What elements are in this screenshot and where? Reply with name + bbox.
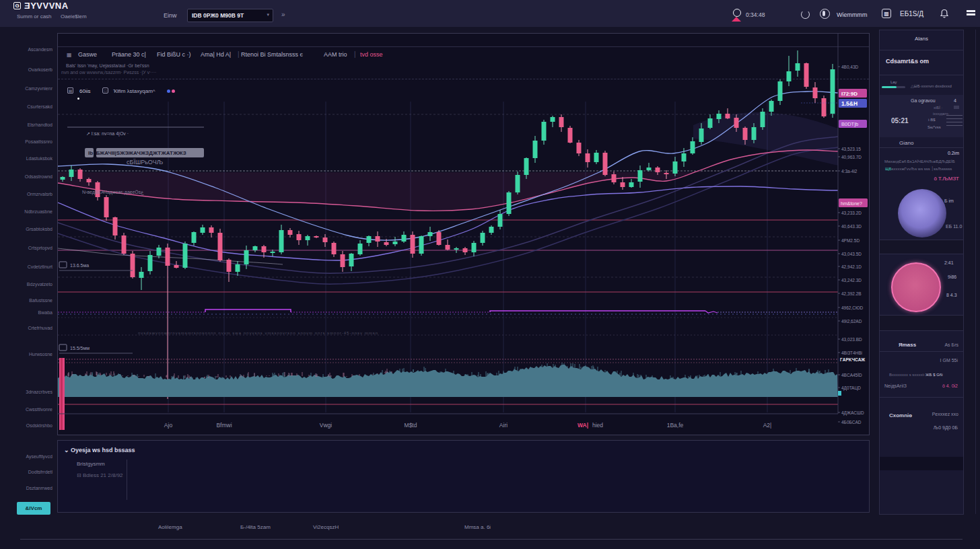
svg-text:43,023.BD: 43,023.BD <box>841 337 862 342</box>
svg-text:↗ I:sa: nv=na 4|Ov ·: ↗ I:sa: nv=na 4|Ov · <box>86 131 129 137</box>
svg-text:4ДЖACШD: 4ДЖACШD <box>841 410 864 416</box>
svg-text:4Bi3T4HBi: 4Bi3T4HBi <box>841 351 862 355</box>
svg-text:4Д0TAЦD: 4Д0TAЦD <box>841 386 861 391</box>
svg-text:4962,CЮD: 4962,CЮD <box>841 305 864 310</box>
svg-text:42,392.2B: 42,392.2B <box>841 291 862 296</box>
svg-text:1Ba,fe: 1Ba,fe <box>667 422 684 429</box>
svg-text:42,942.1D: 42,942.1D <box>841 264 862 269</box>
svg-text:Airi: Airi <box>499 422 508 429</box>
svg-text:49i2,62AD: 49i2,62AD <box>841 319 862 324</box>
svg-text:43,523.15: 43,523.15 <box>841 147 861 151</box>
svg-text:4BCA45ЇD: 4BCA45ЇD <box>841 373 862 377</box>
svg-text:Ajo: Ajo <box>164 422 173 429</box>
svg-text:Bfmwi: Bfmwi <box>216 422 232 429</box>
svg-text:WA|: WA| <box>578 422 588 429</box>
svg-text:40,643.3D: 40,643.3D <box>841 224 862 229</box>
svg-text:4B0,43D: 4B0,43D <box>841 65 859 69</box>
svg-text:ГAPKЧCAЖ: ГAPKЧCAЖ <box>840 357 865 362</box>
svg-text:I72:9D: I72:9D <box>841 91 858 97</box>
svg-text:1.5&H: 1.5&H <box>841 100 858 107</box>
svg-text:40,963.7D: 40,963.7D <box>841 155 862 159</box>
svg-text:nvsdswvnnwnrnvsmsmrsnnsnnnn nv: nvsdswvnnwnrnvsmsmrsnnsnnnn nvvm swa nnv… <box>138 331 378 335</box>
svg-text:13.6.5ма: 13.6.5ма <box>70 263 89 268</box>
svg-text:43,043.5D: 43,043.5D <box>841 252 862 256</box>
svg-text:M$td: M$td <box>405 422 417 429</box>
svg-text:hm&tone?: hm&tone? <box>841 201 862 206</box>
svg-text:hied: hied <box>592 422 603 429</box>
svg-text:B0DT|b: B0DT|b <box>841 121 858 127</box>
svg-text:N¹ведВЕАЧаджсаѕ·даеєӦѕع: N¹ведВЕАЧаджсаѕ·даеєӦѕع <box>82 190 144 195</box>
svg-text:ϲБЇШРьОЧЉ: ϲБЇШРьОЧЉ <box>127 159 164 166</box>
svg-text:Ib БЖАЧII|ЅЖЭЖАЧЖЗДЖТЖАТЖЖЗ: Ib БЖАЧII|ЅЖЭЖАЧЖЗДЖТЖАТЖЖЗ <box>88 150 186 156</box>
svg-text:4:3a-4i2: 4:3a-4i2 <box>841 169 858 174</box>
svg-text:Vwgi: Vwgi <box>320 422 332 429</box>
svg-text:4PM2.5D: 4PM2.5D <box>841 238 860 243</box>
svg-text:15.5/5мм: 15.5/5мм <box>70 346 90 351</box>
svg-text:43,242.3D: 43,242.3D <box>841 278 862 283</box>
svg-text:43,233.2D: 43,233.2D <box>841 211 862 215</box>
svg-text:A2|: A2| <box>763 422 772 429</box>
svg-text:4Б0БCAD: 4Б0БCAD <box>841 420 862 425</box>
